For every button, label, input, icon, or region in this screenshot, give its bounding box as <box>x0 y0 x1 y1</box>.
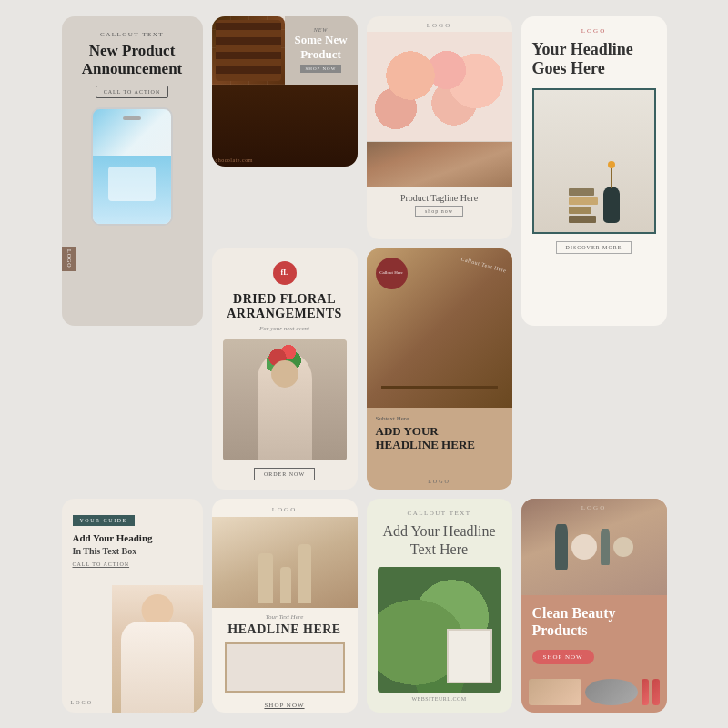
product-name: Some New Product <box>290 33 352 61</box>
vase-object <box>603 187 620 223</box>
floral-overlay <box>267 344 303 371</box>
product-text-area: NEW Some New Product SHOP NOW <box>285 16 358 85</box>
floral-image <box>223 339 347 460</box>
cta-link[interactable]: CALL TO ACTION <box>73 561 192 567</box>
guide-badge: YOUR GUIDE <box>73 515 135 526</box>
headline-text: Your Headline Goes Here <box>532 40 656 79</box>
products-thumbnails <box>521 679 667 712</box>
card-clean-beauty: LOGO Clean Beauty Products SHOP NOW <box>521 499 667 713</box>
jar-2 <box>613 537 633 557</box>
website-label: chocolate.com <box>216 157 253 163</box>
card-some-new-product: NEW Some New Product SHOP NOW chocolate.… <box>212 16 358 167</box>
sculptures <box>212 517 358 608</box>
sculpture-piece-2 <box>280 567 291 603</box>
headline-here: HEADLINE HERE <box>212 622 358 637</box>
chocolate-bottom-image: chocolate.com <box>212 85 358 167</box>
card-headline-here: LOGO Your Text Here HEADLINE HERE SHOP N… <box>212 499 358 713</box>
phone-mockup-image <box>91 107 173 226</box>
plant-image <box>378 567 501 692</box>
hands-image <box>367 142 512 187</box>
logo-bottom: LOGO <box>428 479 450 484</box>
headline-area: Subtext Here ADD YOUR HEADLINE HERE <box>367 408 512 460</box>
order-now-button[interactable]: ORDER NOW <box>254 468 315 480</box>
logo-top: LOGO <box>212 499 358 517</box>
card-new-product-announcement: CALLOUT TEXT New Product Announcement CA… <box>62 16 203 326</box>
beauty-shelf <box>521 499 667 595</box>
clean-beauty-text-area: Clean Beauty Products SHOP NOW <box>521 595 667 679</box>
logo-label: LOGO <box>367 16 512 32</box>
beauty-top-image: LOGO <box>521 499 667 595</box>
announcement-headline: New Product Announcement <box>75 42 190 79</box>
card-your-guide: YOUR GUIDE Add Your Heading In This Text… <box>62 499 203 713</box>
shop-now-link[interactable]: SHOP NOW <box>212 698 358 713</box>
logo-label: LOGO <box>532 27 656 35</box>
subtext-label: Subtext Here <box>376 415 503 422</box>
product-thumb-4 <box>652 679 660 704</box>
card-product-tagline: LOGO Product Tagline Here shop now <box>367 16 512 239</box>
chocolate-top-image <box>212 16 285 85</box>
sculpture-piece-3 <box>298 544 311 603</box>
logo-top: LOGO <box>581 504 606 511</box>
product-thumb-3 <box>642 679 649 704</box>
card-dried-floral: fL DRIED FLORAL ARRANGEMENTS For your ne… <box>212 248 358 490</box>
card-your-headline: LOGO Your Headline Goes Here DISCOVER MO… <box>521 16 667 326</box>
sculpture-piece-1 <box>258 553 273 603</box>
person-image <box>112 585 203 713</box>
bottle-1 <box>555 524 568 570</box>
card-add-headline-text: CALLOUT TEXT Add Your Headline Text Here… <box>367 499 512 713</box>
shelf-image: Callout Here Callout Text Here <box>367 248 512 408</box>
jar-1 <box>571 534 597 560</box>
person-shape <box>112 585 203 713</box>
books-stack <box>569 188 598 223</box>
callout-circle: Callout Here <box>376 258 408 289</box>
guide-top-section: YOUR GUIDE Add Your Heading In This Text… <box>62 499 203 572</box>
discover-more-button[interactable]: DISCOVER MORE <box>556 241 632 254</box>
vase-image-box <box>532 88 656 234</box>
text-here-label: Your Text Here <box>212 608 358 622</box>
logo-bottom: LOGO <box>71 700 94 705</box>
url-label: WEBSITEURL.COM <box>378 693 501 702</box>
vase-scene <box>534 90 654 232</box>
frame-overlay <box>447 629 492 683</box>
logo-badge: LOGO <box>62 247 76 271</box>
callout-text-label: CALLOUT TEXT <box>75 31 190 38</box>
shop-now-button[interactable]: SHOP NOW <box>532 650 594 664</box>
callout-circle-text: Callout Here <box>379 270 403 276</box>
callout-text: CALLOUT TEXT <box>378 510 501 517</box>
floral-title: DRIED FLORAL ARRANGEMENTS <box>223 292 347 323</box>
headline-text: Add Your Headline Text Here <box>378 522 501 561</box>
logo-circle: fL <box>273 261 297 285</box>
product-tagline-text: Product Tagline Here <box>367 187 512 206</box>
girl-silhouette <box>223 339 347 460</box>
product-thumb-1 <box>529 679 581 704</box>
cta-button-label[interactable]: CALL TO ACTION <box>96 86 169 98</box>
card-add-headline: Callout Here Callout Text Here Subtext H… <box>367 248 512 490</box>
floral-subtitle: For your next event <box>223 325 347 332</box>
product-thumb-2 <box>585 679 638 704</box>
text-box-label: In This Text Box <box>73 546 192 556</box>
shop-now-button[interactable]: SHOP NOW <box>300 65 342 73</box>
big-headline: ADD YOUR HEADLINE HERE <box>376 424 503 452</box>
frame-placeholder <box>225 642 345 693</box>
bottle-2 <box>601 529 610 565</box>
template-grid: CALLOUT TEXT New Product Announcement CA… <box>44 0 685 728</box>
clean-beauty-headline: Clean Beauty Products <box>532 604 656 639</box>
sculpture-image <box>212 517 358 608</box>
cupcake-image <box>367 32 512 141</box>
shop-now-button[interactable]: shop now <box>415 206 463 217</box>
heading-line-1: Add Your Heading <box>73 531 192 544</box>
